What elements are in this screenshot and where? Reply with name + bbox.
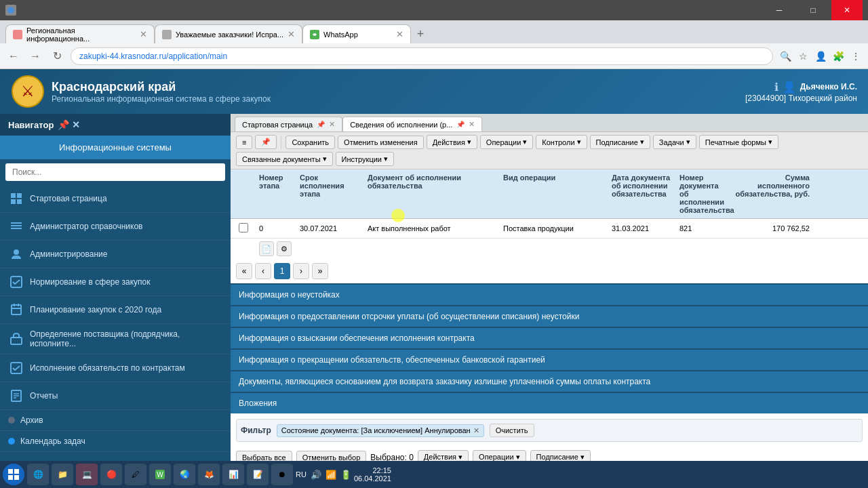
tab-info[interactable]: Сведения об исполнении (р... 📌 ✕: [342, 117, 482, 131]
search-icon[interactable]: 🔍: [778, 49, 792, 63]
back-button[interactable]: ←: [5, 48, 22, 64]
filter-tag-remove[interactable]: ✕: [473, 426, 479, 435]
page-prev[interactable]: ‹: [255, 263, 271, 279]
save-button[interactable]: Сохранить: [285, 136, 335, 149]
linked-button[interactable]: Связанные документы ▾: [236, 152, 333, 166]
info-sys-button[interactable]: Информационные системы: [0, 136, 231, 159]
info-sys-label: Информационные системы: [59, 142, 172, 152]
filter-clear-button[interactable]: Очистить: [490, 424, 534, 437]
taskbar-app-7[interactable]: 🌏: [174, 464, 195, 485]
extensions-icon[interactable]: 🧩: [831, 49, 845, 63]
attach-operations-chevron: ▾: [516, 453, 520, 461]
sidebar-item-normir[interactable]: Нормирование в сфере закупок: [0, 268, 231, 296]
browser-tab-3[interactable]: WhatsApp ✕: [302, 24, 411, 43]
cancel-button[interactable]: Отменить изменения: [338, 136, 424, 149]
col-check-header: [236, 172, 256, 216]
network-icon[interactable]: 📶: [326, 470, 336, 480]
volume-icon[interactable]: 🔊: [311, 470, 321, 480]
close-button[interactable]: ✕: [831, 0, 863, 20]
plan-icon: [8, 302, 24, 318]
row-settings-action[interactable]: ⚙: [277, 241, 292, 256]
nav-close-icon[interactable]: ✕: [72, 119, 80, 130]
browser-tab-2[interactable]: Уважаемые заказчики! Испра... ✕: [155, 24, 302, 43]
taskbar-app-4[interactable]: 🔴: [100, 464, 122, 485]
section-attachments[interactable]: Вложения: [231, 392, 868, 413]
page-first[interactable]: «: [236, 263, 252, 279]
sign-button[interactable]: Подписание ▾: [590, 135, 650, 149]
page-current[interactable]: 1: [274, 263, 290, 279]
sidebar-item-reports[interactable]: Отчеты: [0, 382, 231, 410]
instructions-label: Инструкции: [342, 155, 382, 163]
minimize-button[interactable]: ─: [764, 0, 795, 20]
data-table-section: Номер этапа Срок исполнения этапа Докуме…: [231, 169, 868, 283]
maximize-button[interactable]: □: [797, 0, 829, 20]
sidebar-search-input[interactable]: [5, 163, 225, 181]
tasks-button[interactable]: Задачи ▾: [653, 135, 696, 149]
tab-start[interactable]: Стартовая страница 📌 ✕: [235, 117, 342, 131]
row-doc-action[interactable]: 📄: [259, 241, 274, 256]
row-checkbox-cell: [236, 222, 256, 235]
sidebar-item-calendar[interactable]: Календарь задач: [0, 431, 231, 452]
col-num2-header: Номер документа об исполнении обязательс…: [677, 172, 731, 216]
controls-button[interactable]: Контроли ▾: [536, 135, 587, 149]
section-recovery[interactable]: Информация о взыскании обеспечения испол…: [231, 327, 868, 348]
profile-icon[interactable]: 👤: [814, 49, 827, 63]
tab1-close[interactable]: ✕: [140, 29, 147, 39]
star-icon[interactable]: ☆: [796, 49, 810, 63]
svg-rect-9: [11, 225, 22, 226]
taskbar-app-2[interactable]: 📁: [52, 464, 73, 485]
page-next[interactable]: ›: [293, 263, 309, 279]
lang-indicator[interactable]: RU: [296, 470, 307, 479]
operations-button[interactable]: Операции ▾: [480, 135, 533, 149]
instructions-chevron: ▾: [384, 155, 388, 163]
taskbar-app-11[interactable]: ⏺: [271, 464, 293, 485]
sidebar-item-execution-label: Исполнение обязательств по контрактам: [30, 363, 185, 373]
tab3-close[interactable]: ✕: [396, 29, 403, 39]
pin-btn[interactable]: 📌: [255, 135, 277, 149]
nav-pin-icon[interactable]: 📌: [58, 119, 69, 130]
start-button[interactable]: [3, 464, 24, 485]
sidebar-item-archive[interactable]: Архив: [0, 410, 231, 431]
taskbar-app-8[interactable]: 🦊: [198, 464, 220, 485]
settings-icon[interactable]: ⋮: [849, 49, 863, 63]
print-button[interactable]: Печатные формы ▾: [699, 135, 778, 149]
menu-icon-btn[interactable]: ≡: [236, 136, 252, 149]
section-termination[interactable]: Информация о прекращении обязательств, о…: [231, 348, 868, 370]
calendar-dot: [8, 438, 15, 445]
content-area: Номер этапа Срок исполнения этапа Докуме…: [231, 169, 868, 488]
page-last[interactable]: »: [312, 263, 328, 279]
row-checkbox[interactable]: [239, 223, 248, 232]
instructions-button[interactable]: Инструкции ▾: [336, 152, 394, 166]
address-input[interactable]: [71, 47, 773, 65]
taskbar-app-10[interactable]: 📝: [247, 464, 269, 485]
logo-emblem: ⚔: [11, 75, 45, 108]
new-tab-button[interactable]: +: [411, 24, 430, 43]
col-date-header: Срок исполнения этапа: [297, 172, 365, 216]
tab2-close[interactable]: ✕: [288, 29, 295, 39]
tab-info-close[interactable]: ✕: [469, 120, 475, 129]
section-penalties[interactable]: Информация о неустойках: [231, 283, 868, 305]
taskbar-app-1[interactable]: 🌐: [27, 464, 49, 485]
sidebar-item-admin-ref[interactable]: Администратор справочников: [0, 213, 231, 241]
taskbar: 🌐 📁 💻 🔴 🖊 W 🌏 🦊 📊 📝 ⏺ RU 🔊 📶 🔋 22:15 06.…: [0, 461, 868, 488]
taskbar-app-5[interactable]: 🖊: [125, 464, 146, 485]
tab-start-close[interactable]: ✕: [329, 120, 335, 129]
taskbar-app-6[interactable]: W: [149, 464, 171, 485]
sidebar-item-supplier[interactable]: Определение поставщика (подрядчика, испо…: [0, 324, 231, 354]
battery-icon[interactable]: 🔋: [340, 470, 351, 480]
section-postpone[interactable]: Информация о предоставлении отсрочки упл…: [231, 305, 868, 327]
app-title-block: Краснодарский край Региональная информац…: [52, 80, 271, 104]
sidebar-item-start[interactable]: Стартовая страница: [0, 185, 231, 213]
actions-button[interactable]: Действия ▾: [427, 135, 477, 149]
refresh-button[interactable]: ↻: [49, 48, 65, 64]
sidebar-item-execution[interactable]: Исполнение обязательств по контрактам: [0, 354, 231, 382]
sidebar-item-admin[interactable]: Администрирование: [0, 241, 231, 268]
sidebar-item-plan[interactable]: Планирование закупок с 2020 года: [0, 296, 231, 324]
taskbar-app-9[interactable]: 📊: [222, 464, 244, 485]
taskbar-app-3[interactable]: 💻: [76, 464, 98, 485]
browser-tab-1[interactable]: Региональная информационна... ✕: [5, 24, 155, 43]
forward-button[interactable]: →: [27, 48, 43, 64]
execution-icon: [8, 360, 24, 376]
section-refund[interactable]: Документы, являющиеся основанием для воз…: [231, 370, 868, 392]
section-attachments-label: Вложения: [239, 399, 277, 408]
